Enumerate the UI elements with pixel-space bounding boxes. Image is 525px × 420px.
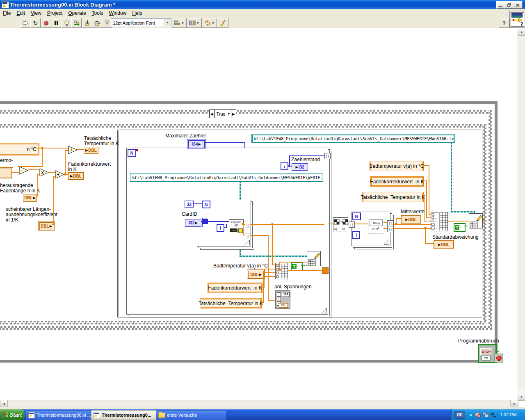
tunnel-auto-index[interactable]: [ ] — [387, 220, 393, 226]
std-deviation-variance-node[interactable]: ∧σμ σ σ² — [368, 218, 384, 233]
menu-window[interactable]: Window — [106, 9, 130, 17]
label-fadenkorrekturwert[interactable]: Fadenkorrekturwert in K — [68, 162, 111, 172]
tunnel-solid-orange[interactable] — [322, 267, 329, 274]
label-thermo-clipped[interactable]: ermo- — [0, 158, 13, 163]
align-objects-button[interactable]: ▼ — [171, 18, 187, 28]
horizontal-scrollbar-thumb[interactable] — [7, 400, 511, 407]
boolean-true-constant[interactable]: T▪ — [454, 223, 466, 232]
menu-help[interactable]: Help — [129, 9, 145, 17]
menu-operate[interactable]: Operate — [65, 9, 89, 17]
label-maximaler-zaehler[interactable]: Maximaler Zaehler — [165, 133, 206, 139]
tunnel-solid-blue[interactable] — [203, 219, 208, 224]
distribute-objects-button[interactable]: ▼ — [187, 18, 202, 28]
path-constant-mwustab[interactable]: ƄC:\LabVIEW8_Programme\RotationRigDarmst… — [251, 134, 455, 143]
index-array-node[interactable]: i j k 123 DBL — [275, 290, 290, 309]
terminal-dbl-herausragende[interactable]: DBL▶ — [22, 193, 38, 202]
label-standardabweichung[interactable]: Standardabweichung — [432, 235, 479, 240]
label-cardid[interactable]: CardID — [182, 212, 197, 217]
run-continuous-button[interactable]: ↻ — [30, 18, 41, 28]
terminal-dbl-badtemperatur[interactable]: DBL▶ — [247, 269, 265, 279]
step-over-button[interactable] — [92, 18, 102, 28]
case-selector-prev-icon[interactable]: ◀ — [210, 110, 215, 118]
task-button-3[interactable]: erste Versuche — [156, 410, 226, 420]
tunnel[interactable]: [ ] — [324, 153, 331, 159]
terminal-dbl-scheinbarer[interactable]: DBL▶ — [38, 221, 55, 231]
case-structure-inner-right[interactable] — [483, 124, 486, 324]
tray-usb-icon[interactable] — [490, 411, 497, 418]
local-variable-tatsaechliche-2[interactable]: Tatsächliche Temperatur in K — [362, 192, 424, 202]
path-constant-werte[interactable]: ƄC:\LabVIEW8_Programme\RotationRigDarmst… — [130, 173, 323, 182]
step-into-button[interactable] — [82, 18, 92, 28]
case-selector-dropdown-icon[interactable]: ▼ — [227, 112, 231, 115]
menu-file[interactable]: File — [0, 9, 14, 17]
vertical-scrollbar-thumb[interactable] — [518, 35, 525, 386]
constant-32[interactable]: 32 — [185, 201, 194, 208]
loop-count-terminal[interactable]: N — [202, 201, 210, 208]
local-variable-fadenkorrekturwert-2[interactable]: Fadenkorrekturwert in K — [370, 176, 424, 187]
terminal-dbl-thermo[interactable]: DBL▶ — [0, 167, 13, 178]
transpose-array-node[interactable]: xij xij — [333, 217, 348, 231]
language-indicator[interactable]: DE — [454, 411, 465, 419]
local-variable-tatsaechliche[interactable]: Tatsächliche Temperatur in K — [200, 298, 262, 308]
case-structure-outer-right[interactable] — [488, 110, 492, 330]
label-badtemperatur[interactable]: Badtemperatur v(a) in °C — [213, 263, 268, 269]
case-structure-inner-bottom[interactable] — [0, 321, 486, 324]
restore-button[interactable] — [504, 1, 514, 9]
label-scheinbarer[interactable]: scheinbarer Längen- ausdehnungskoeffizie… — [6, 207, 57, 223]
tray-chevron-icon[interactable]: « — [469, 412, 472, 418]
font-selector[interactable]: 12pt Application Font ▼ — [111, 18, 171, 27]
tray-network-icon[interactable] — [482, 411, 489, 418]
case-selector-value[interactable]: True — [215, 112, 227, 116]
case-structure-inner-top[interactable] — [0, 124, 486, 128]
close-button[interactable] — [513, 1, 523, 9]
start-button[interactable]: Start — [0, 409, 25, 420]
local-variable-badtemperatur-2[interactable]: Badtemperatur v(a) in °C — [370, 161, 424, 171]
indicator-dbl-tatsaechliche[interactable]: ▶DBL — [84, 147, 98, 154]
indicator-dbl-fadenkorrektur[interactable]: ▶DBL — [68, 172, 84, 180]
terminal-i32-cardid[interactable]: I32▶ — [184, 218, 203, 227]
label-herausragende[interactable]: herausragende Fadenlänge n in K — [0, 183, 40, 194]
indicator-i32-zaehlerstand[interactable]: ▶I32 — [292, 163, 308, 171]
highlight-execution-button[interactable] — [62, 18, 72, 28]
loop-count-terminal[interactable]: N — [128, 149, 136, 157]
menu-view[interactable]: View — [28, 9, 44, 17]
tunnel-auto-index[interactable]: [ ] — [245, 222, 251, 228]
iteration-terminal[interactable]: i — [217, 224, 224, 232]
write-spreadsheet-vi-2[interactable]: abc i — [469, 213, 483, 228]
scroll-down-button[interactable]: ▼ — [518, 393, 525, 401]
reorder-button[interactable]: ▼ — [202, 18, 217, 28]
label-anl-spannungen[interactable]: anl. Spannungen — [274, 284, 312, 290]
loop-condition-terminal[interactable] — [494, 354, 503, 363]
tray-alert-icon[interactable] — [475, 411, 481, 418]
indicator-dbl-mittelwerte[interactable]: ▶DBL — [401, 215, 421, 224]
help-button[interactable]: ? — [499, 18, 509, 28]
while-loop-border-right[interactable] — [495, 101, 498, 363]
add-function[interactable]: + — [68, 146, 78, 156]
vi-icon-panel[interactable]: 2 — [509, 11, 525, 28]
subtract-function[interactable]: - — [19, 166, 28, 176]
label-mittelwerte[interactable]: Mittelwerte — [401, 209, 425, 215]
menu-edit[interactable]: Edit — [14, 9, 28, 17]
iteration-terminal[interactable]: i — [352, 231, 360, 239]
divide-function[interactable]: ÷ — [55, 170, 64, 180]
task-button-2-active[interactable]: Thermistormessung0... — [91, 410, 159, 420]
write-spreadsheet-vi[interactable]: abc i — [307, 251, 321, 266]
while-loop-border-bottom[interactable] — [0, 360, 498, 363]
tunnel-auto-index[interactable]: [ ] — [349, 221, 355, 228]
multiply-function[interactable]: x — [39, 168, 49, 178]
scroll-up-button[interactable]: ▲ — [518, 28, 525, 36]
boolean-true-constant[interactable]: T▪ — [291, 262, 303, 271]
tunnel-auto-index[interactable]: [ ] — [387, 226, 393, 232]
pause-button[interactable] — [51, 18, 61, 28]
case-selector-next-icon[interactable]: ▶ — [231, 110, 236, 118]
title-bar[interactable]: Thermistormessung00.vi Block Diagram * — [0, 0, 525, 9]
build-array-node-2[interactable]: +++++ — [431, 212, 448, 231]
terminal-i64-maximaler[interactable]: I64▶ — [187, 139, 206, 148]
minimize-button[interactable] — [496, 1, 505, 9]
retain-wire-values-button[interactable] — [71, 18, 82, 28]
tray-clock[interactable]: 1:02 PM — [500, 412, 517, 417]
local-variable-fadenkorrekturwert[interactable]: Fadenkorrekturwert in K — [208, 283, 262, 293]
build-array-node[interactable]: ++++ — [275, 263, 288, 279]
label-programmabbruch[interactable]: Programmabbruch — [458, 338, 499, 344]
case-selector[interactable]: ◀ True ▼ ▶ — [209, 110, 236, 118]
